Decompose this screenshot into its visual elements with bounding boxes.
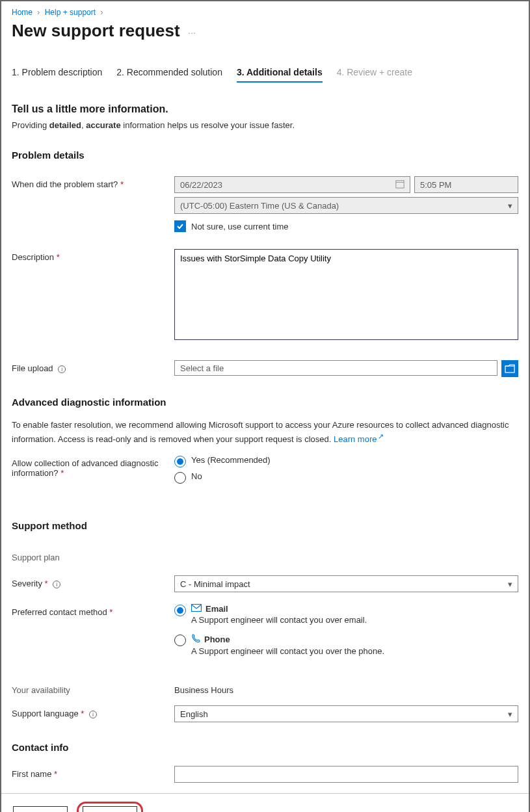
chevron-down-icon: ▾ <box>508 579 512 589</box>
file-browse-button[interactable] <box>501 360 518 377</box>
time-input[interactable]: 5:05 PM <box>414 176 518 193</box>
contact-email-label: Email <box>205 604 228 614</box>
contact-email-desc: A Support engineer will contact you over… <box>191 615 367 625</box>
tab-additional-details[interactable]: 3. Additional details <box>237 67 323 83</box>
diag-description: To enable faster resolution, we recommen… <box>12 419 518 446</box>
first-name-input[interactable] <box>174 766 518 783</box>
page-title: New support request <box>12 21 180 41</box>
tab-problem-description[interactable]: 1. Problem description <box>12 67 102 83</box>
file-upload-label: File upload i <box>12 360 174 373</box>
severity-select[interactable]: C - Minimal impact ▾ <box>174 575 518 592</box>
contact-phone-radio[interactable] <box>174 635 186 646</box>
date-input[interactable]: 06/22/2023 <box>174 176 410 193</box>
not-sure-checkbox[interactable] <box>174 220 186 232</box>
mail-icon <box>191 604 202 614</box>
previous-button[interactable]: Previous <box>13 806 68 812</box>
calendar-icon <box>395 179 404 190</box>
chevron-down-icon: ▾ <box>508 709 512 719</box>
support-plan-label: Support plan <box>12 549 174 562</box>
tab-recommended-solution[interactable]: 2. Recommended solution <box>116 67 222 83</box>
contact-phone-label: Phone <box>204 635 230 644</box>
learn-more-link[interactable]: Learn more <box>334 434 377 444</box>
timezone-select[interactable]: (UTC-05:00) Eastern Time (US & Canada) ▾ <box>174 197 518 214</box>
next-button[interactable]: Next <box>83 806 137 812</box>
file-input[interactable]: Select a file <box>174 360 497 376</box>
breadcrumb-home[interactable]: Home <box>12 8 33 17</box>
availability-value: Business Hours <box>174 682 518 695</box>
allow-diag-yes-label: Yes (Recommended) <box>191 455 271 465</box>
more-icon[interactable]: … <box>188 26 198 36</box>
description-label: Description * <box>12 249 174 262</box>
tab-review-create: 4. Review + create <box>337 67 412 83</box>
svg-rect-0 <box>396 180 404 187</box>
allow-diag-yes-radio[interactable] <box>174 456 186 467</box>
description-textarea[interactable] <box>174 249 518 340</box>
chevron-right-icon: › <box>37 8 40 17</box>
allow-diag-label: Allow collection of advanced diagnostic … <box>12 455 174 478</box>
not-sure-label: Not sure, use current time <box>191 222 289 231</box>
intro-help-text: Providing detailed, accurate information… <box>12 120 518 130</box>
contact-email-radio[interactable] <box>174 605 186 616</box>
support-method-heading: Support method <box>12 520 518 531</box>
external-link-icon: ↗ <box>378 432 384 440</box>
svg-rect-2 <box>505 366 514 373</box>
intro-heading: Tell us a little more information. <box>12 103 518 115</box>
footer: Previous Next <box>1 793 529 812</box>
allow-diag-no-radio[interactable] <box>174 472 186 484</box>
next-button-highlight: Next <box>77 802 143 812</box>
breadcrumb: Home › Help + support › <box>12 5 518 21</box>
contact-phone-desc: A Support engineer will contact you over… <box>191 646 384 656</box>
problem-details-heading: Problem details <box>12 150 518 161</box>
availability-label: Your availability <box>12 682 174 695</box>
support-language-select[interactable]: English ▾ <box>174 705 518 722</box>
info-icon[interactable]: i <box>89 711 97 718</box>
info-icon[interactable]: i <box>53 581 60 588</box>
support-language-label: Support language * i <box>12 705 174 718</box>
when-label: When did the problem start? * <box>12 176 174 189</box>
severity-label: Severity * i <box>12 575 174 588</box>
phone-icon <box>191 634 200 645</box>
breadcrumb-help[interactable]: Help + support <box>45 8 96 17</box>
first-name-label: First name * <box>12 766 174 779</box>
wizard-tabs: 1. Problem description 2. Recommended so… <box>12 67 518 83</box>
contact-method-label: Preferred contact method * <box>12 604 174 617</box>
info-icon[interactable]: i <box>58 365 66 373</box>
allow-diag-no-label: No <box>191 471 202 481</box>
chevron-right-icon: › <box>100 8 103 17</box>
diag-heading: Advanced diagnostic information <box>12 397 518 408</box>
contact-info-heading: Contact info <box>12 742 518 753</box>
chevron-down-icon: ▾ <box>508 201 512 211</box>
